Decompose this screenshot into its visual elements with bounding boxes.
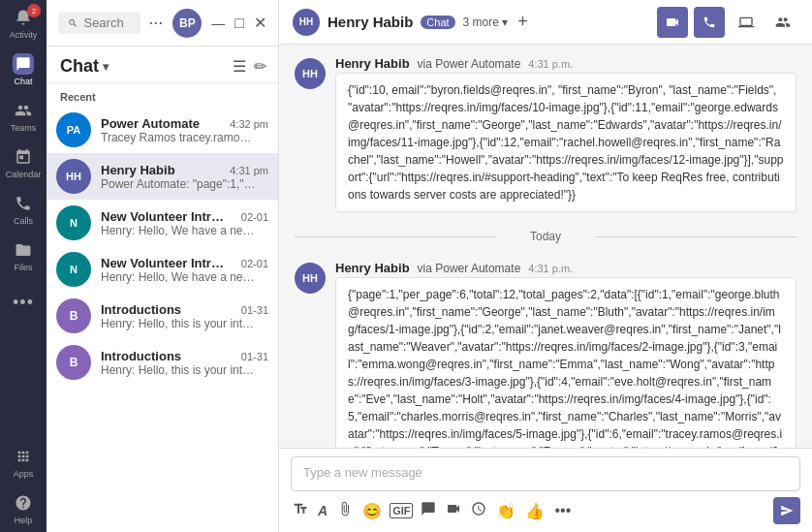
message-avatar: HH (295, 58, 326, 89)
schedule-icon[interactable] (469, 499, 488, 522)
chat-item-time: 4:31 pm (230, 165, 268, 176)
praise-icon[interactable]: 👏 (494, 500, 517, 522)
bold-italic-icon[interactable]: A (316, 501, 329, 520)
chat-item-introductions-1[interactable]: B Introductions 01-31 Henry: Hello, this… (47, 293, 278, 339)
chat-item-name: New Volunteer Introduct... (101, 209, 227, 224)
message-content: Henry Habib via Power Automate 4:31 p.m.… (335, 56, 796, 212)
chat-item-time: 02-01 (241, 258, 268, 269)
participants-button[interactable] (767, 7, 798, 38)
minimize-icon[interactable]: — (211, 16, 225, 31)
chat-item-power-automate[interactable]: PA Power Automate 4:32 pm Tracey Ramos t… (47, 107, 278, 153)
add-people-icon[interactable]: + (517, 12, 528, 32)
input-toolbar: A 😊 GIF 👏 👍 ••• (291, 497, 800, 524)
chat-item-preview: Henry: Hello, this is your introdu... (101, 317, 256, 330)
help-icon (13, 492, 34, 514)
chat-item-top: New Volunteer Introduct... 02-01 (101, 256, 268, 270)
chat-header-name: Henry Habib (328, 14, 413, 30)
calls-icon (13, 193, 34, 214)
chevron-down-icon: ▾ (103, 60, 109, 74)
calendar-label: Calendar (6, 170, 42, 179)
message-block: HH Henry Habib via Power Automate 4:31 p… (295, 56, 796, 212)
chat-item-top: Introductions 01-31 (101, 349, 268, 363)
avatar-power-automate: PA (56, 112, 91, 147)
message-sender-name: Henry Habib (335, 261, 410, 275)
filter-icon[interactable]: ☰ (233, 57, 246, 76)
message-header: Henry Habib via Power Automate 4:31 p.m. (335, 261, 796, 275)
main-chat: HH Henry Habib Chat 3 more ▾ + HH (279, 0, 812, 532)
chat-item-name: Henry Habib (101, 163, 175, 177)
message-input[interactable]: Type a new message (291, 456, 800, 491)
activity-badge: 2 (27, 4, 41, 17)
avatar-volunteer-1: N (56, 205, 91, 240)
chat-header-badge: Chat (421, 16, 454, 29)
chat-item-top: New Volunteer Introduct... 02-01 (101, 209, 268, 224)
like-icon[interactable]: 👍 (523, 500, 547, 522)
chat-item-top: Introductions 01-31 (101, 302, 268, 317)
video-call-button[interactable] (657, 7, 688, 38)
sidebar-item-calls[interactable]: Calls (0, 186, 47, 233)
emoji-icon[interactable]: 😊 (360, 500, 384, 522)
chat-header-actions (657, 7, 798, 38)
input-area: Type a new message A 😊 GIF 👏 👍 ••• (279, 448, 812, 532)
sidebar-item-chat[interactable]: Chat (0, 47, 47, 93)
gif-icon[interactable]: GIF (390, 503, 413, 518)
avatar-intro-1: B (56, 298, 91, 333)
message-bubble: {"page":1,"per_page":6,"total":12,"total… (335, 277, 796, 448)
message-bubble: {"id":10, email":"byron.fields@reqres.in… (335, 73, 796, 212)
sidebar-item-teams[interactable]: Teams (0, 93, 47, 140)
format-icon[interactable] (291, 499, 310, 522)
chat-item-content: New Volunteer Introduct... 02-01 Henry: … (101, 209, 268, 237)
sticker-icon[interactable] (419, 499, 438, 522)
chat-item-name: Introductions (101, 302, 181, 317)
message-via: via Power Automate (418, 57, 521, 71)
topbar: ··· BP — □ ✕ (47, 0, 278, 47)
more-toolbar-icon[interactable]: ••• (552, 500, 573, 521)
chat-label: Chat (14, 77, 32, 86)
chat-item-volunteer-2[interactable]: N New Volunteer Introduct... 02-01 Henry… (47, 246, 278, 293)
sidebar-item-help[interactable]: Help (0, 485, 47, 532)
chat-item-volunteer-1[interactable]: N New Volunteer Introduct... 02-01 Henry… (47, 200, 278, 246)
date-divider: Today (295, 230, 796, 243)
chat-item-content: Power Automate 4:32 pm Tracey Ramos trac… (101, 116, 268, 144)
attach-icon[interactable] (335, 499, 355, 522)
chat-item-time: 4:32 pm (230, 118, 268, 130)
search-input[interactable] (83, 16, 131, 30)
close-icon[interactable]: ✕ (254, 14, 266, 32)
chat-item-top: Henry Habib 4:31 pm (101, 163, 268, 177)
sidebar-item-files[interactable]: Files (0, 233, 47, 279)
chat-more-button[interactable]: 3 more ▾ (463, 16, 509, 29)
audio-call-button[interactable] (694, 7, 725, 38)
message-block: HH Henry Habib via Power Automate 4:31 p… (295, 261, 796, 448)
chat-item-content: Introductions 01-31 Henry: Hello, this i… (101, 302, 268, 330)
sidebar-item-apps[interactable]: Apps (0, 439, 47, 485)
message-time: 4:31 p.m. (528, 58, 573, 70)
new-chat-icon[interactable]: ✏ (254, 57, 266, 76)
search-icon (68, 16, 78, 30)
chat-item-preview: Henry: Hello, We have a new vol... (101, 224, 256, 237)
avatar-henry-habib: HH (56, 159, 91, 194)
activity-label: Activity (10, 30, 38, 40)
teams-label: Teams (11, 123, 37, 133)
chat-item-introductions-2[interactable]: B Introductions 01-31 Henry: Hello, this… (47, 339, 278, 386)
avatar-intro-2: B (56, 345, 91, 380)
chat-item-henry-habib[interactable]: HH Henry Habib 4:31 pm Power Automate: "… (47, 153, 278, 200)
topbar-more-icon[interactable]: ··· (148, 13, 163, 33)
sidebar-item-more[interactable]: ••• (0, 279, 47, 326)
message-time: 4:31 p.m. (528, 263, 573, 274)
calendar-icon (13, 146, 34, 168)
sidebar-item-activity[interactable]: Activity 2 (0, 0, 47, 47)
message-header: Henry Habib via Power Automate 4:31 p.m. (335, 56, 796, 71)
send-button[interactable] (773, 497, 800, 524)
chat-item-preview: Henry: Hello, this is your introdu... (101, 363, 256, 377)
chat-header: HH Henry Habib Chat 3 more ▾ + (279, 0, 812, 45)
screen-share-button[interactable] (731, 7, 762, 38)
messages-area: HH Henry Habib via Power Automate 4:31 p… (279, 45, 812, 448)
meet-icon[interactable] (444, 499, 463, 522)
chat-item-content: Introductions 01-31 Henry: Hello, this i… (101, 349, 268, 377)
search-bar[interactable] (58, 12, 141, 34)
avatar[interactable]: BP (172, 9, 202, 38)
maximize-icon[interactable]: □ (234, 15, 244, 32)
sidebar-item-calendar[interactable]: Calendar (0, 140, 47, 186)
avatar-volunteer-2: N (56, 252, 91, 287)
message-content: Henry Habib via Power Automate 4:31 p.m.… (335, 261, 796, 448)
